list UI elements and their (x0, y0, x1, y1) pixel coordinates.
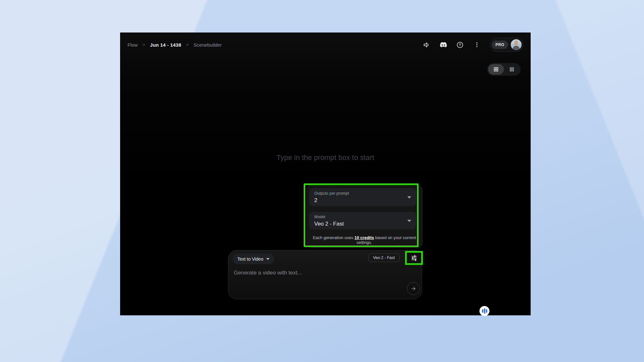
empty-state-message: Type in the prompt box to start (120, 153, 531, 162)
arrow-submit-icon (411, 286, 416, 292)
highlight-box-tune-button (405, 251, 423, 265)
help-icon: ? (456, 41, 464, 49)
outputs-per-prompt-label: Outputs per prompt (314, 191, 411, 196)
chevron-down-icon (266, 258, 270, 260)
breadcrumb-scenebuilder[interactable]: Scenebuilder (194, 42, 222, 48)
model-value: Veo 2 - Fast (314, 221, 411, 227)
chevron-down-icon (407, 196, 411, 199)
model-label: Model (314, 215, 411, 219)
help-button[interactable]: ? (454, 38, 467, 51)
grid-view-icon (493, 67, 499, 72)
model-dropdown[interactable]: Model Veo 2 - Fast (309, 212, 416, 229)
prompt-input[interactable] (234, 270, 385, 292)
audio-bar-icon (484, 308, 485, 314)
breadcrumb-separator: > (186, 42, 189, 47)
avatar[interactable] (511, 39, 522, 50)
credits-note-prefix: Each generation uses (313, 235, 354, 240)
breadcrumb-flow[interactable]: Flow (128, 42, 138, 48)
outputs-per-prompt-dropdown[interactable]: Outputs per prompt 2 (309, 188, 416, 206)
credits-note: Each generation uses 10 credits based on… (306, 235, 423, 245)
tune-icon (411, 255, 418, 262)
table-view-button[interactable] (504, 64, 520, 75)
submit-button[interactable] (407, 282, 420, 295)
svg-text:?: ? (459, 43, 461, 47)
breadcrumb: Flow > Jun 14 - 1438 > Scenebuilder (128, 42, 222, 48)
breadcrumb-separator: > (143, 42, 145, 47)
account-pill[interactable]: PRO (490, 38, 523, 52)
outputs-per-prompt-value: 2 (314, 197, 411, 204)
model-chip[interactable]: Veo 2 - Fast (368, 253, 400, 262)
audio-bar-icon (482, 309, 483, 313)
discord-icon (440, 41, 447, 49)
credits-link[interactable]: 10 credits (355, 235, 374, 240)
volume-icon (423, 41, 430, 49)
prompt-box: Text to Video Veo 2 - Fast (228, 250, 422, 299)
pro-badge: PRO (492, 41, 508, 49)
overflow-menu-button[interactable] (470, 38, 483, 51)
header-actions: ? PRO (420, 38, 523, 52)
app-header: Flow > Jun 14 - 1438 > Scenebuilder (120, 32, 531, 57)
breadcrumb-project[interactable]: Jun 14 - 1438 (150, 42, 181, 48)
grid-view-button[interactable] (488, 64, 504, 75)
tune-settings-button[interactable] (411, 255, 418, 262)
discord-button[interactable] (437, 38, 450, 51)
overflow-menu-icon (474, 42, 480, 48)
table-view-icon (509, 67, 515, 72)
audio-levels-fab[interactable] (479, 306, 489, 316)
audio-bar-icon (486, 309, 487, 313)
volume-button[interactable] (420, 38, 433, 51)
chevron-down-icon (407, 220, 411, 222)
mode-label: Text to Video (237, 256, 263, 262)
model-chip-label: Veo 2 - Fast (373, 255, 395, 260)
mode-dropdown[interactable]: Text to Video (233, 254, 274, 264)
flow-app-window: Flow > Jun 14 - 1438 > Scenebuilder (120, 32, 531, 315)
view-toggle (487, 63, 521, 76)
